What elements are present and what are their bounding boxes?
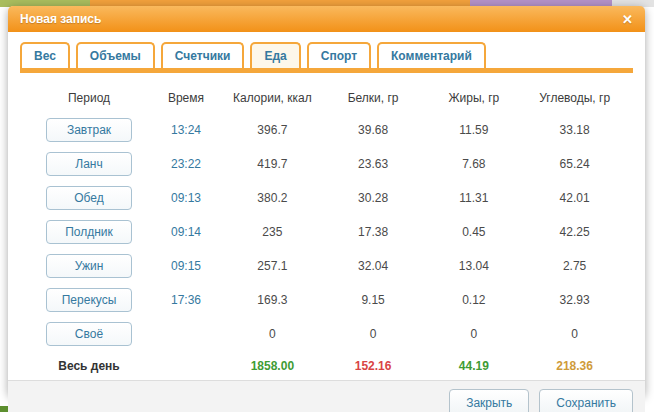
new-entry-modal: Новая запись ✕ Вес Объемы Счетчики Еда С…: [8, 6, 645, 396]
carbs-value: 42.25: [524, 218, 625, 247]
tab-bar: Вес Объемы Счетчики Еда Спорт Комментари…: [20, 42, 633, 73]
table-row-cell: Перекусы: [28, 283, 150, 317]
time-value[interactable]: 23:22: [150, 150, 222, 179]
table-row-cell: Обед: [28, 181, 150, 215]
carbs-value: 32.93: [524, 286, 625, 315]
fats-value: 7.68: [424, 150, 525, 179]
total-time-empty: [150, 351, 222, 380]
table-row-cell: Ужин: [28, 249, 150, 283]
modal-footer: Закрыть Сохранить: [8, 380, 645, 412]
proteins-value: 23.63: [323, 150, 424, 179]
time-value[interactable]: 13:24: [150, 116, 222, 145]
carbs-value: 65.24: [524, 150, 625, 179]
time-value[interactable]: 09:13: [150, 184, 222, 213]
total-carbs: 218.36: [524, 351, 625, 380]
calories-value: 396.7: [222, 116, 323, 145]
time-value[interactable]: 09:14: [150, 218, 222, 247]
total-calories: 1858.00: [222, 351, 323, 380]
column-header-carbs: Углеводы, гр: [524, 87, 625, 113]
total-row-label: Весь день: [28, 351, 150, 380]
column-header-calories: Калории, ккал: [222, 87, 323, 113]
column-header-fats: Жиры, гр: [424, 87, 525, 113]
fats-value: 11.31: [424, 184, 525, 213]
period-button-poldnik[interactable]: Полдник: [46, 220, 132, 244]
proteins-value: 9.15: [323, 286, 424, 315]
carbs-value: 2.75: [524, 252, 625, 281]
fats-value: 13.04: [424, 252, 525, 281]
proteins-value: 17.38: [323, 218, 424, 247]
fats-value: 0.12: [424, 286, 525, 315]
tab-weight[interactable]: Вес: [20, 42, 70, 68]
column-header-time: Время: [150, 87, 222, 113]
proteins-value: 30.28: [323, 184, 424, 213]
calories-value: 257.1: [222, 252, 323, 281]
period-button-obed[interactable]: Обед: [46, 186, 132, 210]
table-row-cell: Завтрак: [28, 113, 150, 147]
total-fats: 44.19: [424, 351, 525, 380]
modal-header: Новая запись ✕: [8, 6, 645, 32]
close-icon[interactable]: ✕: [622, 13, 633, 26]
tab-volumes[interactable]: Объемы: [76, 42, 155, 68]
fats-value: 0.45: [424, 218, 525, 247]
close-button[interactable]: Закрыть: [449, 389, 529, 412]
time-value[interactable]: 09:15: [150, 252, 222, 281]
period-button-lanch[interactable]: Ланч: [46, 152, 132, 176]
carbs-value: 33.18: [524, 116, 625, 145]
tab-food[interactable]: Еда: [250, 42, 300, 68]
calories-value: 169.3: [222, 286, 323, 315]
proteins-value: 39.68: [323, 116, 424, 145]
period-button-zavtrak[interactable]: Завтрак: [46, 118, 132, 142]
column-header-proteins: Белки, гр: [323, 87, 424, 113]
tab-comment[interactable]: Комментарий: [377, 42, 486, 68]
fats-value: 11.59: [424, 116, 525, 145]
period-button-svoyo[interactable]: Своё: [46, 322, 132, 346]
table-row-cell: Полдник: [28, 215, 150, 249]
food-table: Период Время Калории, ккал Белки, гр Жир…: [28, 87, 625, 380]
table-row-cell: Ланч: [28, 147, 150, 181]
period-button-uzhin[interactable]: Ужин: [46, 254, 132, 278]
tab-counters[interactable]: Счетчики: [161, 42, 245, 68]
carbs-value: 42.01: [524, 184, 625, 213]
proteins-value: 32.04: [323, 252, 424, 281]
table-row-cell: Своё: [28, 317, 150, 351]
modal-title: Новая запись: [20, 12, 101, 26]
tab-sport[interactable]: Спорт: [307, 42, 371, 68]
time-value[interactable]: 17:36: [150, 286, 222, 315]
calories-value: 380.2: [222, 184, 323, 213]
fats-value: 0: [424, 320, 525, 349]
carbs-value: 0: [524, 320, 625, 349]
save-button[interactable]: Сохранить: [539, 389, 633, 412]
column-header-period: Период: [28, 87, 150, 113]
calories-value: 0: [222, 320, 323, 349]
total-proteins: 152.16: [323, 351, 424, 380]
calories-value: 419.7: [222, 150, 323, 179]
proteins-value: 0: [323, 320, 424, 349]
calories-value: 235: [222, 218, 323, 247]
time-value: [150, 320, 222, 349]
period-button-perekusy[interactable]: Перекусы: [46, 288, 132, 312]
